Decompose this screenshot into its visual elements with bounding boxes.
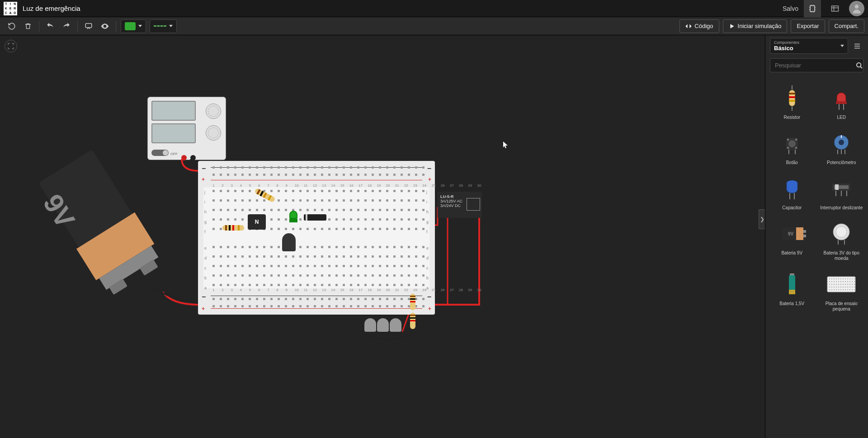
- delete-button[interactable]: [21, 19, 35, 33]
- export-button[interactable]: Exportar: [791, 19, 825, 33]
- svg-rect-106: [847, 289, 848, 290]
- user-avatar[interactable]: [849, 1, 864, 16]
- component-label: Placa de ensaio pequena: [818, 301, 866, 312]
- breadboard[interactable]: − + − + − + − + jihgf jihgf edcba edcba …: [198, 161, 435, 315]
- wire-style-dropdown[interactable]: [150, 19, 177, 33]
- component-label: Bateria 9V: [781, 250, 802, 256]
- relay[interactable]: LU-5-R 3A/125V AC 3A/24V DC: [438, 192, 482, 218]
- svg-rect-103: [840, 289, 841, 290]
- psu-terminal-positive[interactable]: [181, 155, 187, 160]
- rail-plus-label-b: +: [202, 306, 205, 312]
- svg-rect-92: [843, 287, 844, 287]
- code-button[interactable]: Código: [679, 19, 719, 33]
- component-coincell[interactable]: Bateria 3V do tipo moeda: [817, 215, 867, 264]
- svg-point-2: [855, 5, 859, 9]
- resistor-4[interactable]: [410, 313, 415, 329]
- svg-rect-107: [849, 289, 850, 290]
- resistor-2[interactable]: [222, 225, 244, 231]
- capacitor-icon: [776, 173, 808, 204]
- component-pot[interactable]: Potenciômetro: [817, 125, 867, 168]
- svg-rect-80: [843, 284, 844, 285]
- svg-rect-99: [831, 289, 832, 290]
- row-labels-top: jihgf: [204, 190, 207, 234]
- transistor[interactable]: N: [248, 214, 266, 230]
- component-capacitor[interactable]: Capacitor: [767, 170, 817, 213]
- psu-voltage-knob[interactable]: [206, 104, 221, 119]
- bat9v-icon: 9V: [776, 218, 808, 250]
- component-bat9v[interactable]: 9VBateria 9V: [767, 215, 817, 264]
- component-slideswitch[interactable]: Interruptor deslizante: [817, 170, 867, 213]
- psu-current-knob[interactable]: [206, 125, 221, 141]
- project-title[interactable]: Luz de emergência: [23, 5, 80, 12]
- share-button[interactable]: Compart.: [829, 19, 864, 33]
- led-green[interactable]: [289, 211, 298, 222]
- view-schematic-button[interactable]: [826, 0, 844, 17]
- start-simulation-button[interactable]: Iniciar simulação: [723, 19, 788, 33]
- component-breadboard[interactable]: Placa de ensaio pequena: [817, 266, 867, 315]
- circuit-canvas[interactable]: OFF 9V: [0, 35, 765, 438]
- capacitor-1[interactable]: [282, 233, 297, 255]
- svg-rect-108: [852, 289, 853, 290]
- svg-rect-73: [854, 281, 855, 282]
- resistor-3[interactable]: [410, 294, 415, 310]
- component-category-dropdown[interactable]: Componentes Básico: [770, 38, 848, 54]
- share-label: Compart.: [835, 23, 859, 29]
- list-view-toggle[interactable]: [851, 40, 863, 52]
- component-label: Bateria 3V do tipo moeda: [818, 250, 866, 261]
- svg-rect-9: [789, 100, 795, 102]
- resistor-icon: [776, 82, 808, 114]
- component-label: Botão: [786, 160, 798, 165]
- component-color-dropdown[interactable]: [121, 19, 146, 33]
- annotate-button[interactable]: [81, 19, 96, 33]
- component-bat15v[interactable]: Bateria 1,5V: [767, 266, 817, 315]
- led-icon: [826, 82, 857, 114]
- svg-rect-96: [852, 287, 853, 287]
- svg-rect-52: [834, 278, 835, 279]
- redo-button[interactable]: [59, 19, 74, 33]
- svg-rect-59: [849, 278, 850, 279]
- category-small-label: Componentes: [774, 40, 840, 45]
- svg-text:9V: 9V: [788, 231, 794, 236]
- panel-collapse-handle[interactable]: ❯: [759, 209, 765, 229]
- visibility-button[interactable]: [98, 19, 112, 33]
- diode-1[interactable]: [304, 214, 326, 221]
- svg-rect-38: [796, 227, 803, 240]
- component-led[interactable]: LED: [817, 80, 867, 123]
- rail-plus-label-r: +: [428, 176, 431, 183]
- svg-rect-109: [854, 289, 855, 290]
- psu-power-switch[interactable]: [151, 150, 169, 156]
- rail-minus-label-br: −: [427, 293, 431, 301]
- undo-button[interactable]: [43, 19, 57, 33]
- power-supply[interactable]: OFF: [147, 97, 226, 160]
- component-search-input[interactable]: [770, 59, 855, 72]
- svg-rect-77: [836, 284, 837, 285]
- psu-display-voltage: [151, 101, 196, 121]
- psu-terminal-negative[interactable]: [190, 155, 196, 160]
- zoom-to-fit-button[interactable]: [5, 40, 17, 52]
- rotate-button[interactable]: [5, 19, 19, 33]
- svg-rect-11: [836, 102, 847, 104]
- svg-rect-97: [854, 287, 855, 287]
- tinkercad-logo[interactable]: TIN KER CAD: [4, 2, 17, 15]
- coincell-icon: [826, 218, 857, 250]
- svg-rect-62: [829, 281, 830, 282]
- component-button[interactable]: Botão: [767, 125, 817, 168]
- battery-9v[interactable]: 9V: [19, 140, 184, 317]
- component-resistor[interactable]: Resistor: [767, 80, 817, 123]
- rail-top-holes: [212, 166, 426, 178]
- search-icon[interactable]: [855, 59, 863, 72]
- svg-rect-101: [836, 289, 837, 290]
- button-icon: [776, 127, 808, 159]
- svg-rect-60: [852, 278, 853, 279]
- view-circuit-button[interactable]: [804, 0, 821, 17]
- col-labels-bot: 1234567891011121314151617181920212223242…: [212, 288, 481, 292]
- rail-minus-label-b: −: [202, 293, 206, 301]
- led-array[interactable]: [364, 318, 401, 332]
- svg-rect-93: [845, 287, 846, 287]
- slideswitch-icon: [826, 173, 857, 204]
- svg-rect-66: [838, 281, 839, 282]
- strip-top-holes: [212, 190, 426, 232]
- wire-sample: [154, 25, 166, 27]
- title-bar: TIN KER CAD Luz de emergência Salvo: [0, 0, 868, 17]
- pot-icon: [826, 127, 857, 159]
